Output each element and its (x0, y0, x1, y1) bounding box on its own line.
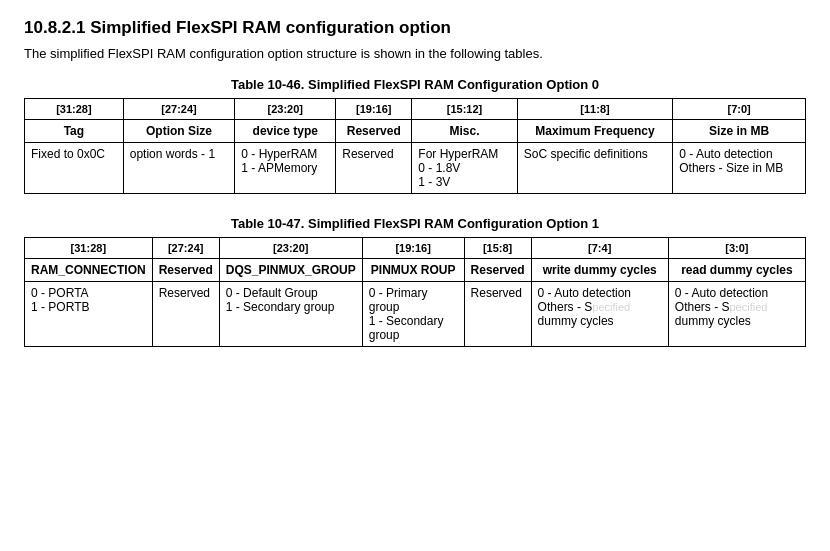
table1-range-1: [27:24] (123, 99, 235, 120)
table2-range-4: [15:8] (464, 238, 531, 259)
table2-cell-4: Reserved (464, 282, 531, 347)
table2-header-6: read dummy cycles (668, 259, 805, 282)
table1-header-0: Tag (25, 120, 124, 143)
table1-range-0: [31:28] (25, 99, 124, 120)
table2-header-4: Reserved (464, 259, 531, 282)
table1-header-5: Maximum Frequency (517, 120, 672, 143)
intro-text: The simplified FlexSPI RAM configuration… (24, 46, 806, 61)
table2-range-5: [7:4] (531, 238, 668, 259)
table1-data-row: Fixed to 0x0C option words - 1 0 - Hyper… (25, 143, 806, 194)
table2-header-3: PINMUX ROUP (362, 259, 464, 282)
table1-cell-6: 0 - Auto detectionOthers - Size in MB (673, 143, 806, 194)
table2-range-row: [31:28] [27:24] [23:20] [19:16] [15:8] [… (25, 238, 806, 259)
table2-cell-6: 0 - Auto detectionOthers - Specified dum… (668, 282, 805, 347)
table1-cell-5: SoC specific definitions (517, 143, 672, 194)
table1-cell-3: Reserved (336, 143, 412, 194)
table1-cell-1: option words - 1 (123, 143, 235, 194)
table2-header-0: RAM_CONNECTION (25, 259, 153, 282)
table2-cell-5: 0 - Auto detectionOthers - Specified dum… (531, 282, 668, 347)
table2-container: Table 10-47. Simplified FlexSPI RAM Conf… (24, 216, 806, 347)
table1-cell-2: 0 - HyperRAM1 - APMemory (235, 143, 336, 194)
table2-cell-1: Reserved (152, 282, 219, 347)
table1-header-6: Size in MB (673, 120, 806, 143)
table2-header-1: Reserved (152, 259, 219, 282)
table1-range-6: [7:0] (673, 99, 806, 120)
table1-header-row: Tag Option Size device type Reserved Mis… (25, 120, 806, 143)
table2-cell-0: 0 - PORTA1 - PORTB (25, 282, 153, 347)
table2-range-3: [19:16] (362, 238, 464, 259)
table1-range-row: [31:28] [27:24] [23:20] [19:16] [15:12] … (25, 99, 806, 120)
table2-header-5: write dummy cycles (531, 259, 668, 282)
table2-data-row: 0 - PORTA1 - PORTB Reserved 0 - Default … (25, 282, 806, 347)
table1-container: Table 10-46. Simplified FlexSPI RAM Conf… (24, 77, 806, 194)
table1-header-3: Reserved (336, 120, 412, 143)
table1-title: Table 10-46. Simplified FlexSPI RAM Conf… (24, 77, 806, 92)
table2: [31:28] [27:24] [23:20] [19:16] [15:8] [… (24, 237, 806, 347)
table2-range-2: [23:20] (219, 238, 362, 259)
table2-header-2: DQS_PINMUX_GROUP (219, 259, 362, 282)
table1-cell-4: For HyperRAM0 - 1.8V1 - 3V (412, 143, 517, 194)
section-title: 10.8.2.1 Simplified FlexSPI RAM configur… (24, 18, 806, 38)
table1-cell-0: Fixed to 0x0C (25, 143, 124, 194)
table1-range-5: [11:8] (517, 99, 672, 120)
table2-cell-2: 0 - Default Group1 - Secondary group (219, 282, 362, 347)
table2-range-1: [27:24] (152, 238, 219, 259)
table1-header-2: device type (235, 120, 336, 143)
table1-range-4: [15:12] (412, 99, 517, 120)
table2-header-row: RAM_CONNECTION Reserved DQS_PINMUX_GROUP… (25, 259, 806, 282)
table1-header-1: Option Size (123, 120, 235, 143)
table1-range-3: [19:16] (336, 99, 412, 120)
table1-range-2: [23:20] (235, 99, 336, 120)
table2-range-6: [3:0] (668, 238, 805, 259)
table1-header-4: Misc. (412, 120, 517, 143)
table2-cell-3: 0 - Primary group1 - Secondary group (362, 282, 464, 347)
table2-title: Table 10-47. Simplified FlexSPI RAM Conf… (24, 216, 806, 231)
table2-range-0: [31:28] (25, 238, 153, 259)
table1: [31:28] [27:24] [23:20] [19:16] [15:12] … (24, 98, 806, 194)
